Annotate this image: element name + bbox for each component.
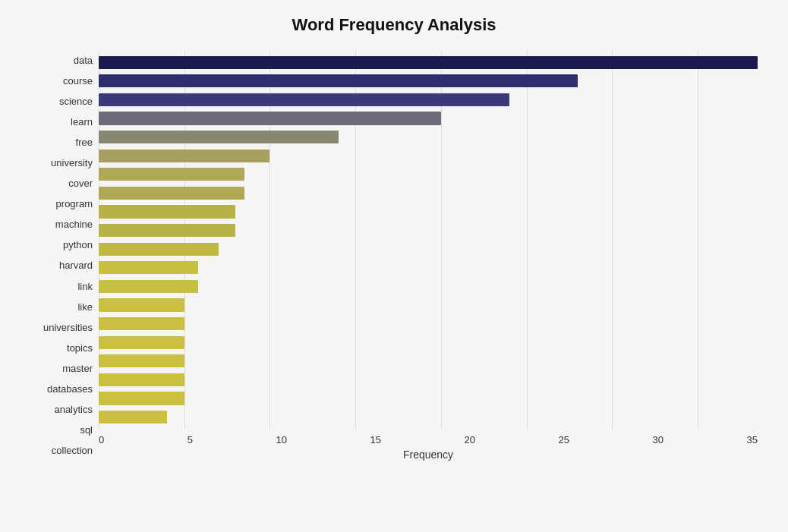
bar-row-master — [99, 333, 758, 352]
y-label-databases: databases — [47, 384, 93, 394]
chart-container: Word Frequency Analysis datacoursescienc… — [0, 0, 788, 532]
bar-university — [99, 150, 269, 162]
bar-row-python — [99, 221, 758, 240]
x-tick-15: 15 — [370, 434, 381, 445]
y-label-machine: machine — [55, 219, 93, 229]
bar-program — [99, 187, 244, 200]
bar-row-sql — [99, 389, 758, 408]
y-label-university: university — [51, 158, 93, 168]
bar-row-analytics — [99, 370, 758, 389]
bar-databases — [99, 354, 184, 367]
bar-like — [99, 280, 198, 293]
y-label-like: like — [77, 302, 93, 312]
y-label-python: python — [63, 240, 93, 250]
bar-free — [99, 131, 339, 143]
bar-collection — [99, 411, 167, 423]
bar-row-machine — [99, 203, 758, 222]
bar-row-collection — [99, 408, 758, 427]
bars-area — [99, 50, 758, 430]
y-label-free: free — [76, 137, 93, 147]
bar-row-like — [99, 277, 758, 296]
bar-machine — [99, 205, 235, 218]
bars-list — [99, 50, 758, 430]
y-label-universities: universities — [43, 323, 93, 332]
bar-topics — [99, 317, 184, 330]
y-label-science: science — [59, 96, 93, 106]
bar-row-university — [99, 146, 758, 165]
chart-area: datacoursesciencelearnfreeuniversitycove… — [30, 50, 758, 461]
y-label-link: link — [77, 282, 93, 291]
bar-row-cover — [99, 165, 758, 184]
x-tick-10: 10 — [276, 434, 287, 445]
x-axis: 05101520253035 — [99, 430, 758, 445]
y-label-sql: sql — [80, 425, 93, 435]
bar-row-data — [99, 53, 758, 72]
bar-row-link — [99, 259, 758, 278]
y-label-course: course — [63, 76, 93, 86]
bar-harvard — [99, 243, 219, 256]
bar-course — [99, 74, 578, 87]
bar-row-course — [99, 72, 758, 91]
bar-row-topics — [99, 314, 758, 333]
y-label-master: master — [62, 364, 93, 373]
bar-science — [99, 93, 509, 106]
x-tick-30: 30 — [653, 434, 663, 445]
bar-row-program — [99, 184, 758, 203]
bar-universities — [99, 298, 184, 311]
x-tick-5: 5 — [188, 434, 193, 445]
bar-link — [99, 261, 198, 274]
bar-row-databases — [99, 352, 758, 371]
bar-master — [99, 336, 184, 349]
bar-row-harvard — [99, 240, 758, 259]
bar-data — [99, 56, 758, 69]
x-axis-label: Frequency — [99, 449, 758, 461]
y-label-analytics: analytics — [54, 405, 93, 414]
y-label-harvard: harvard — [59, 260, 93, 270]
x-tick-0: 0 — [99, 434, 104, 445]
bar-analytics — [99, 373, 184, 386]
x-tick-25: 25 — [559, 434, 569, 445]
chart-title: Word Frequency Analysis — [30, 15, 758, 35]
bar-row-free — [99, 127, 758, 146]
bar-row-learn — [99, 109, 758, 128]
y-labels: datacoursesciencelearnfreeuniversitycove… — [30, 50, 99, 461]
bar-learn — [99, 112, 441, 124]
bar-row-science — [99, 90, 758, 109]
bar-sql — [99, 392, 184, 405]
y-label-data: data — [74, 55, 93, 65]
bar-python — [99, 224, 235, 237]
y-label-collection: collection — [52, 445, 93, 455]
x-tick-35: 35 — [747, 434, 758, 445]
y-label-program: program — [56, 199, 93, 209]
y-label-topics: topics — [67, 343, 93, 353]
bar-row-universities — [99, 296, 758, 315]
y-label-cover: cover — [68, 178, 93, 188]
bars-and-x: 05101520253035 Frequency — [99, 50, 758, 461]
x-tick-20: 20 — [465, 434, 475, 445]
y-label-learn: learn — [71, 117, 93, 127]
bar-cover — [99, 168, 244, 181]
